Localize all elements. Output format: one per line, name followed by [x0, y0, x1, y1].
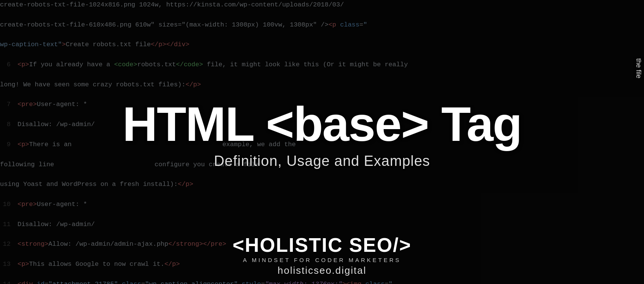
- page-subtitle: Definition, Usage and Examples: [95, 153, 549, 169]
- brand-tagline: A MINDSET FOR CODER MARKETERS: [243, 257, 401, 263]
- brand-url: holisticseo.digital: [278, 265, 367, 276]
- side-text: the file: [633, 57, 644, 80]
- page-title: HTML <base> Tag: [95, 100, 549, 148]
- hero-content: HTML <base> Tag Definition, Usage and Ex…: [95, 100, 549, 184]
- brand-name: <HOLISTIC SEO/>: [233, 234, 411, 256]
- branding-section: <HOLISTIC SEO/> A MINDSET FOR CODER MARK…: [0, 234, 644, 284]
